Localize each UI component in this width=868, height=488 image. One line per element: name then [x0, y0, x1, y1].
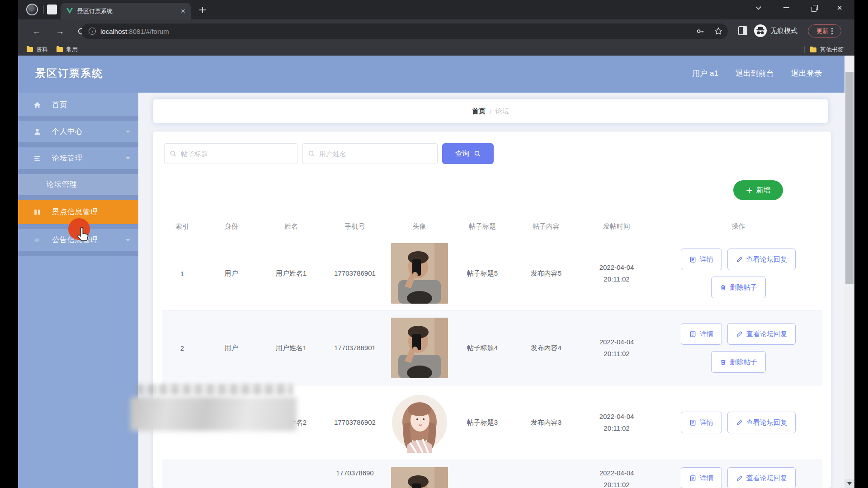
col-header: 身份 [203, 222, 260, 231]
main-panel: 查询 新增 索引 身份 姓名 [153, 131, 831, 488]
query-button[interactable]: 查询 [442, 143, 494, 164]
close-window-button[interactable]: × [832, 2, 847, 14]
table-row: 1 用户 用户姓名1 17703786901 [162, 236, 822, 311]
browser-toolbar: ← → i localhost:8081/#/forum 无痕模式 [18, 19, 854, 43]
document-icon [689, 256, 696, 263]
folder-icon [27, 47, 33, 52]
col-header: 帖子标题 [451, 222, 514, 231]
app-title: 景区订票系统 [35, 66, 103, 80]
col-header: 头像 [387, 222, 451, 231]
avatar [391, 467, 448, 488]
trash-icon [720, 359, 726, 366]
detail-button[interactable]: 详情 [681, 467, 722, 488]
col-header: 手机号 [322, 222, 387, 231]
bookmark-item[interactable]: 常用 [57, 46, 78, 54]
pencil-icon [736, 331, 743, 338]
side-panel-icon[interactable] [738, 26, 747, 35]
sidebar-item-personal-center[interactable]: 个人中心 [18, 121, 138, 147]
trash-icon [720, 284, 726, 291]
user-name-search-input[interactable] [302, 143, 438, 164]
web-page: 景区订票系统 用户 a1 退出到前台 退出登录 首页 个人中心 [18, 56, 854, 488]
restore-button[interactable] [807, 2, 822, 14]
forward-icon[interactable]: → [54, 26, 66, 38]
password-key-icon[interactable] [696, 27, 704, 35]
book-icon [33, 208, 41, 216]
breadcrumb: 首页 / 论坛 [153, 99, 828, 123]
chevron-down-icon [126, 157, 130, 160]
pinned-tab-icon[interactable] [47, 5, 57, 14]
add-button[interactable]: 新增 [733, 180, 783, 200]
bookmark-star-icon[interactable] [714, 27, 722, 35]
tab-search-chevron-icon[interactable] [750, 2, 766, 14]
sidebar-item-home[interactable]: 首页 [18, 94, 138, 121]
search-icon [308, 150, 315, 157]
search-icon [474, 150, 481, 157]
table-row: 1770378690 [162, 460, 822, 488]
document-icon [689, 475, 696, 482]
browser-menu-icon[interactable] [831, 28, 833, 34]
tab-strip: 景区订票系统 × × [18, 0, 854, 19]
detail-button[interactable]: 详情 [681, 323, 722, 345]
posts-table: 索引 身份 姓名 手机号 头像 帖子标题 帖子内容 发帖时间 操作 1 用户 [162, 217, 822, 488]
delete-post-button[interactable]: 删除帖子 [711, 277, 766, 298]
browser-window: 景区订票系统 × × ← → i localhost:8081/#/forum [18, 0, 854, 488]
bookmark-item[interactable]: 资料 [27, 46, 48, 54]
minimize-button[interactable] [778, 2, 794, 14]
scrollbar-thumb[interactable] [845, 72, 854, 284]
table-row: 2 用户 用户姓名1 17703786901 [162, 311, 822, 385]
col-header: 姓名 [260, 222, 322, 231]
incognito-icon [754, 24, 767, 37]
url-text: localhost:8081/#/forum [100, 28, 169, 35]
logout-link[interactable]: 退出登录 [791, 68, 822, 79]
search-icon [170, 150, 177, 157]
view-forum-reply-button[interactable]: 查看论坛回复 [727, 323, 796, 345]
sidebar-subitem-forum-management[interactable]: 论坛管理 [18, 174, 138, 200]
chevron-down-icon [126, 239, 130, 241]
site-info-icon[interactable]: i [89, 28, 96, 35]
detail-button[interactable]: 详情 [681, 249, 722, 270]
avatar [391, 318, 448, 378]
col-header: 索引 [162, 222, 203, 231]
breadcrumb-home-link[interactable]: 首页 [472, 107, 486, 116]
other-bookmarks[interactable]: 其他书签 [804, 43, 844, 56]
page-scrollbar[interactable] [844, 56, 854, 488]
blurred-watermark [130, 397, 297, 431]
header-user-label: 用户 a1 [692, 68, 718, 79]
detail-button[interactable]: 详情 [681, 412, 722, 433]
globe-tab-icon[interactable] [26, 4, 38, 15]
plus-icon [746, 187, 753, 194]
col-header: 发帖时间 [579, 222, 655, 231]
folder-icon [57, 47, 63, 52]
update-button[interactable]: 更新 [808, 24, 841, 38]
hand-cursor-icon [76, 226, 91, 244]
col-header: 帖子内容 [514, 222, 579, 231]
bookmarks-separator [804, 46, 805, 53]
sidebar: 首页 个人中心 论坛管理 论坛管理 [18, 93, 138, 488]
pencil-icon [736, 419, 743, 426]
pencil-icon [736, 256, 743, 263]
url-bar[interactable]: i localhost:8081/#/forum [81, 23, 728, 39]
breadcrumb-separator: / [490, 108, 491, 115]
sidebar-item-forum-management[interactable]: 论坛管理 [18, 147, 138, 174]
view-forum-reply-button[interactable]: 查看论坛回复 [727, 249, 796, 270]
view-forum-reply-button[interactable]: 查看论坛回复 [727, 412, 796, 433]
breadcrumb-current: 论坛 [495, 107, 509, 116]
megaphone-icon [33, 236, 41, 244]
avatar [391, 392, 448, 453]
screen-letterbox-left [0, 0, 18, 488]
tab-close-icon[interactable]: × [181, 7, 185, 15]
user-icon [33, 128, 41, 136]
back-icon[interactable]: ← [31, 26, 42, 38]
view-forum-reply-button[interactable]: 查看论坛回复 [727, 467, 796, 488]
exit-to-front-link[interactable]: 退出到前台 [736, 68, 774, 79]
col-header: 操作 [655, 222, 822, 231]
table-header-row: 索引 身份 姓名 手机号 头像 帖子标题 帖子内容 发帖时间 操作 [162, 217, 822, 236]
scrollbar-down-arrow[interactable] [844, 479, 854, 488]
delete-post-button[interactable]: 删除帖子 [711, 351, 766, 373]
new-tab-button[interactable] [198, 5, 207, 14]
tab-title: 景区订票系统 [77, 7, 181, 15]
tab-separator [43, 5, 44, 14]
post-title-search-input[interactable] [164, 143, 297, 164]
bookmarks-bar: 资料 常用 其他书签 [18, 43, 854, 56]
active-tab[interactable]: 景区订票系统 × [61, 3, 191, 19]
